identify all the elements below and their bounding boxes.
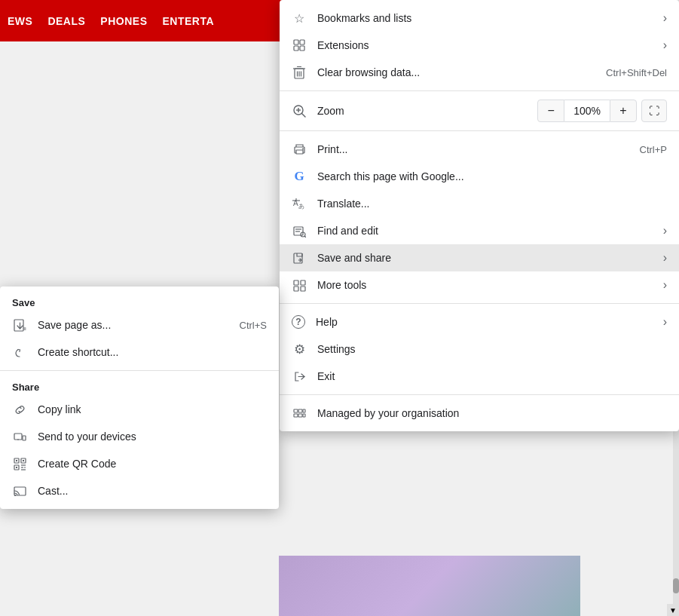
svg-rect-33: [294, 409, 298, 412]
shortcut-clear-browsing: Ctrl+Shift+Del: [606, 67, 667, 78]
zoom-control: Zoom − 100% + ⛶: [280, 96, 679, 126]
menu-item-print[interactable]: Print... Ctrl+P: [280, 136, 679, 163]
puzzle-icon: [292, 38, 307, 53]
divider-2: [280, 130, 679, 131]
svg-rect-44: [23, 436, 26, 440]
menu-label-create-shortcut: Create shortcut...: [38, 346, 267, 358]
scrollbar-arrow-down[interactable]: ▼: [667, 604, 679, 616]
zoom-plus-button[interactable]: +: [610, 100, 637, 122]
svg-rect-30: [294, 287, 298, 291]
svg-rect-15: [296, 150, 303, 154]
zoom-fullscreen-button[interactable]: ⛶: [641, 100, 667, 122]
menu-item-create-qr[interactable]: Create QR Code: [0, 450, 279, 477]
menu-item-save-share[interactable]: Save and share ›: [280, 244, 679, 271]
menu-label-print: Print...: [317, 143, 640, 155]
zoom-minus-button[interactable]: −: [537, 100, 564, 122]
main-menu: ☆ Bookmarks and lists › Extensions ›: [280, 0, 679, 431]
menu-item-save-page-as[interactable]: Save page as... Ctrl+S: [0, 311, 279, 339]
menu-item-copy-link[interactable]: Copy link: [0, 396, 279, 423]
menu-item-help[interactable]: ? Help ›: [280, 308, 679, 336]
svg-rect-31: [301, 287, 305, 291]
menu-item-bookmarks[interactable]: ☆ Bookmarks and lists ›: [280, 5, 679, 32]
menu-item-extensions[interactable]: Extensions ›: [280, 32, 679, 59]
svg-rect-38: [303, 414, 305, 417]
svg-rect-0: [294, 40, 298, 44]
svg-rect-37: [298, 414, 302, 417]
menu-label-help: Help: [316, 316, 657, 328]
menu-item-cast[interactable]: Cast...: [0, 477, 279, 504]
menu-item-find-edit[interactable]: Find and edit ›: [280, 217, 679, 244]
zoom-icon: [292, 103, 307, 118]
arrow-icon-help: ›: [663, 315, 667, 329]
menu-label-save-share: Save and share: [317, 252, 657, 264]
svg-point-57: [14, 495, 16, 496]
svg-rect-2: [294, 46, 298, 51]
menu-label-extensions: Extensions: [317, 39, 657, 51]
page-image-area: [279, 556, 580, 616]
zoom-value: 100%: [564, 100, 610, 122]
google-icon: G: [292, 169, 307, 184]
menu-label-cast: Cast...: [38, 485, 267, 497]
trash-icon: [292, 65, 307, 80]
svg-rect-34: [298, 409, 302, 412]
svg-rect-28: [294, 280, 298, 285]
svg-rect-29: [301, 280, 305, 285]
sub-divider-1: [0, 370, 279, 371]
divider-1: [280, 90, 679, 91]
menu-item-clear-browsing[interactable]: Clear browsing data... Ctrl+Shift+Del: [280, 59, 679, 86]
svg-line-25: [304, 236, 306, 238]
menu-item-exit[interactable]: Exit: [280, 363, 679, 390]
divider-3: [280, 303, 679, 304]
zoom-label: Zoom: [317, 105, 344, 117]
save-page-icon: [12, 317, 27, 333]
arrow-icon-save-share: ›: [663, 251, 667, 265]
menu-label-more-tools: More tools: [317, 279, 657, 291]
nav-item-deals[interactable]: DEALS: [47, 15, 85, 27]
sub-menu-save-share: Save Save page as... Ctrl+S Create short…: [0, 287, 279, 509]
menu-label-find-edit: Find and edit: [317, 225, 657, 237]
qr-code-icon: [12, 456, 27, 471]
menu-label-save-page-as: Save page as...: [38, 319, 240, 331]
print-icon: [292, 142, 307, 157]
divider-4: [280, 394, 679, 395]
send-devices-icon: [12, 429, 27, 444]
more-tools-icon: [292, 277, 307, 293]
arrow-icon-find-edit: ›: [663, 224, 667, 238]
save-share-icon: [292, 250, 307, 265]
exit-icon: [292, 369, 307, 384]
find-icon: [292, 223, 307, 238]
copy-link-icon: [12, 402, 27, 417]
nav-item-phones[interactable]: PHONES: [100, 15, 147, 27]
svg-rect-43: [14, 434, 22, 440]
menu-item-create-shortcut[interactable]: Create shortcut...: [0, 339, 279, 366]
menu-item-send-devices[interactable]: Send to your devices: [0, 423, 279, 450]
svg-line-11: [302, 114, 306, 118]
svg-rect-36: [294, 414, 298, 417]
svg-rect-3: [300, 46, 304, 51]
menu-item-more-tools[interactable]: More tools ›: [280, 271, 679, 299]
menu-label-managed: Managed by your organisation: [317, 407, 667, 419]
sub-section-save-header: Save: [0, 291, 279, 311]
menu-item-search-google[interactable]: G Search this page with Google...: [280, 163, 679, 190]
arrow-icon-more-tools: ›: [663, 278, 667, 292]
svg-rect-1: [300, 40, 304, 44]
settings-icon: ⚙: [292, 342, 307, 357]
menu-item-managed[interactable]: Managed by your organisation: [280, 400, 679, 427]
translate-icon: A あ: [292, 196, 307, 211]
scrollbar-thumb[interactable]: [673, 578, 679, 593]
star-icon: ☆: [292, 11, 307, 26]
sub-section-share-header: Share: [0, 375, 279, 396]
arrow-icon-extensions: ›: [663, 38, 667, 52]
managed-icon: [292, 406, 307, 421]
menu-label-translate: Translate...: [317, 198, 667, 210]
svg-point-16: [302, 149, 304, 150]
svg-rect-39: [14, 320, 23, 331]
menu-item-translate[interactable]: A あ Translate...: [280, 190, 679, 217]
nav-bar: EWS DEALS PHONES ENTERTA: [0, 0, 286, 41]
shortcut-save-page-as: Ctrl+S: [240, 320, 267, 331]
nav-item-ews[interactable]: EWS: [8, 15, 32, 27]
cast-icon: [12, 483, 27, 498]
menu-item-settings[interactable]: ⚙ Settings: [280, 336, 679, 363]
svg-rect-51: [16, 467, 17, 468]
nav-item-enterta[interactable]: ENTERTA: [162, 15, 214, 27]
